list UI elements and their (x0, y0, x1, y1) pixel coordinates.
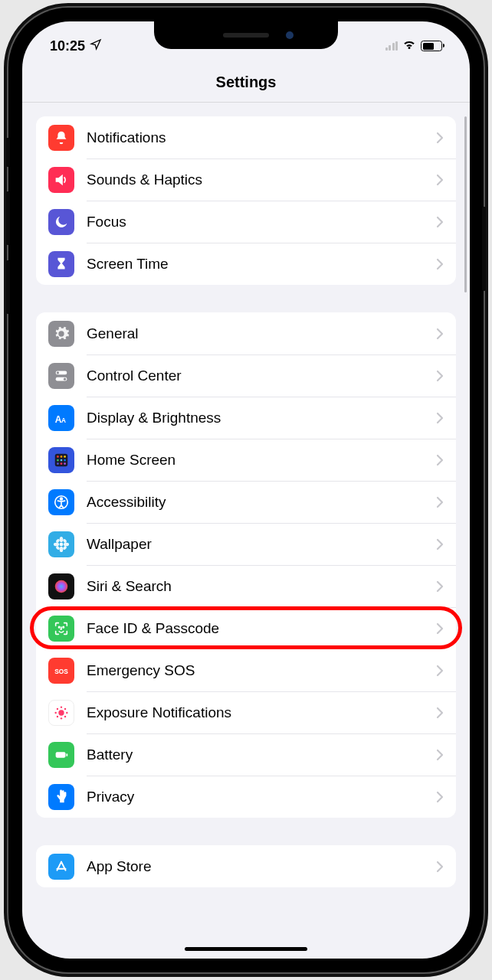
svg-point-8 (61, 456, 63, 458)
screen-time-icon (48, 251, 74, 277)
control-center-icon (48, 363, 74, 389)
chevron-right-icon (436, 258, 444, 270)
chevron-right-icon (436, 622, 444, 635)
row-sounds-haptics[interactable]: Sounds & Haptics (36, 158, 456, 201)
svg-point-26 (62, 545, 67, 550)
row-label: Siri & Search (87, 578, 436, 595)
row-label: Sounds & Haptics (87, 172, 436, 188)
row-label: Screen Time (87, 256, 436, 273)
row-label: Notifications (87, 129, 436, 146)
emergency-sos-icon: SOS (48, 658, 74, 684)
row-label: App Store (87, 858, 436, 875)
speaker (223, 33, 269, 38)
battery-icon (48, 742, 74, 768)
row-app-store[interactable]: App Store (36, 845, 456, 887)
privacy-icon (48, 784, 74, 810)
chevron-right-icon (436, 216, 444, 228)
row-label: Exposure Notifications (87, 704, 436, 721)
svg-point-14 (61, 462, 63, 465)
device-frame: 10:25 Settings NotificationsSounds & Hap… (8, 8, 484, 972)
chevron-right-icon (436, 707, 444, 719)
row-label: Accessibility (87, 494, 436, 511)
svg-point-28 (59, 626, 60, 627)
chevron-right-icon (436, 861, 444, 873)
svg-rect-41 (66, 753, 67, 756)
chevron-right-icon (436, 791, 444, 803)
row-label: Control Center (87, 368, 436, 384)
chevron-right-icon (436, 538, 444, 550)
row-focus[interactable]: Focus (36, 201, 456, 243)
svg-point-31 (58, 710, 64, 715)
settings-list[interactable]: NotificationsSounds & HapticsFocusScreen… (22, 103, 470, 958)
svg-point-29 (63, 626, 64, 627)
svg-point-25 (55, 545, 60, 550)
chevron-right-icon (436, 580, 444, 593)
svg-point-7 (57, 456, 59, 458)
siri-search-icon (48, 573, 74, 599)
chevron-right-icon (436, 412, 444, 424)
svg-point-1 (57, 371, 59, 374)
svg-point-37 (64, 707, 66, 709)
svg-point-9 (64, 456, 66, 458)
row-privacy[interactable]: Privacy (36, 776, 456, 818)
general-icon (48, 321, 74, 347)
svg-text:A: A (61, 416, 66, 423)
svg-point-39 (64, 715, 66, 717)
face-id-passcode-icon (48, 616, 74, 642)
row-battery[interactable]: Battery (36, 733, 456, 776)
nav-header: Settings (22, 60, 470, 103)
svg-point-17 (61, 497, 63, 499)
svg-point-32 (61, 706, 62, 707)
svg-point-10 (57, 459, 59, 461)
chevron-right-icon (436, 370, 444, 382)
row-screen-time[interactable]: Screen Time (36, 243, 456, 285)
screen: 10:25 Settings NotificationsSounds & Hap… (22, 21, 470, 959)
row-label: Display & Brightness (87, 410, 436, 426)
chevron-right-icon (436, 174, 444, 186)
svg-point-35 (66, 711, 67, 713)
row-label: Privacy (87, 789, 436, 805)
row-home-screen[interactable]: Home Screen (36, 439, 456, 481)
row-general[interactable]: General (36, 312, 456, 354)
svg-point-38 (57, 715, 58, 717)
status-time: 10:25 (50, 38, 85, 54)
exposure-notifications-icon (48, 700, 74, 726)
focus-icon (48, 209, 74, 235)
svg-point-19 (60, 536, 64, 541)
svg-point-23 (55, 538, 60, 543)
battery-icon (421, 41, 442, 51)
row-exposure-notifications[interactable]: Exposure Notifications (36, 691, 456, 733)
row-wallpaper[interactable]: Wallpaper (36, 523, 456, 565)
status-right (385, 38, 443, 55)
row-label: Home Screen (87, 452, 436, 469)
home-indicator[interactable] (185, 947, 307, 951)
svg-point-15 (64, 462, 66, 465)
power-button (482, 207, 486, 291)
notch (154, 21, 338, 49)
row-accessibility[interactable]: Accessibility (36, 481, 456, 523)
row-face-id-passcode[interactable]: Face ID & Passcode (36, 607, 456, 649)
row-notifications[interactable]: Notifications (36, 116, 456, 158)
svg-point-21 (54, 542, 59, 546)
row-emergency-sos[interactable]: SOSEmergency SOS (36, 649, 456, 691)
svg-text:SOS: SOS (54, 668, 68, 675)
status-left: 10:25 (50, 38, 102, 54)
row-label: Wallpaper (87, 536, 436, 553)
chevron-right-icon (436, 454, 444, 466)
sounds-haptics-icon (48, 167, 74, 193)
row-display-brightness[interactable]: AADisplay & Brightness (36, 397, 456, 439)
svg-point-36 (57, 707, 58, 709)
chevron-right-icon (436, 328, 444, 340)
svg-point-20 (60, 546, 64, 551)
scroll-indicator (464, 116, 467, 292)
svg-point-22 (64, 542, 69, 546)
display-brightness-icon: AA (48, 405, 74, 431)
svg-point-24 (62, 538, 67, 543)
svg-point-3 (64, 377, 66, 380)
mute-switch (6, 138, 10, 167)
row-siri-search[interactable]: Siri & Search (36, 565, 456, 607)
row-control-center[interactable]: Control Center (36, 354, 456, 397)
chevron-right-icon (436, 132, 444, 144)
svg-point-27 (55, 580, 68, 593)
settings-group-1: NotificationsSounds & HapticsFocusScreen… (36, 116, 456, 285)
